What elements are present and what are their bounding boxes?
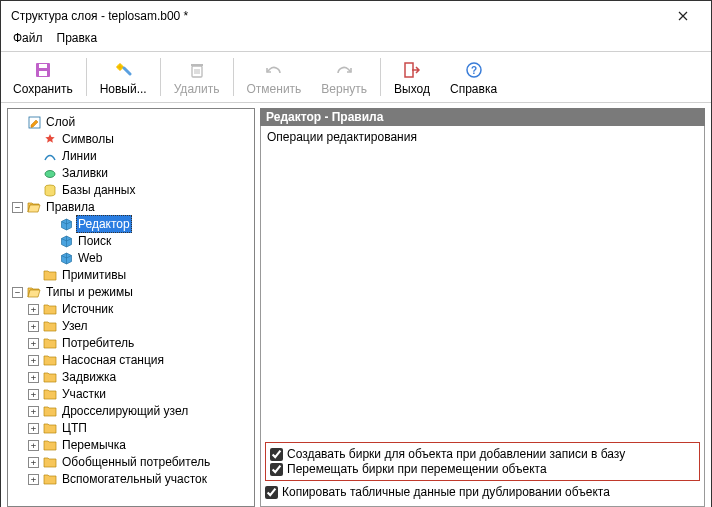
save-icon [34,59,52,81]
tree-icon [42,182,58,198]
tree-icon [58,250,74,266]
tree-type-3[interactable]: +Насосная станция [10,352,252,368]
tree-fills[interactable]: Заливки [10,165,252,181]
editor-pane: Редактор - Правила Операции редактирован… [260,108,705,507]
tree-rules-search[interactable]: Поиск [10,233,252,249]
help-icon: ? [466,59,482,81]
tree-icon [42,335,58,351]
tree-databases[interactable]: Базы данных [10,182,252,198]
tree-expander[interactable]: − [12,287,23,298]
tree-icon [42,420,58,436]
save-button[interactable]: Сохранить [3,52,83,102]
tree-expander[interactable]: + [28,423,39,434]
check-copy-data[interactable]: Копировать табличные данные при дублиров… [265,485,700,499]
tree-types[interactable]: −Типы и режимы [10,284,252,300]
tree-root[interactable]: Слой [10,114,252,130]
check-move-tags[interactable]: Перемещать бирки при перемещении объекта [270,462,695,476]
tree-expander[interactable]: + [28,321,39,332]
exit-icon [403,59,421,81]
checkbox[interactable] [270,448,283,461]
tree-type-7[interactable]: +ЦТП [10,420,252,436]
tree-type-0[interactable]: +Источник [10,301,252,317]
tree-type-2[interactable]: +Потребитель [10,335,252,351]
toolbar: Сохранить Новый... Удалить Отменить Верн… [1,51,711,103]
tree-icon [42,352,58,368]
checkbox[interactable] [265,486,278,499]
new-icon [114,59,132,81]
tree-icon [42,131,58,147]
tree-icon [58,216,74,232]
delete-button: Удалить [164,52,230,102]
help-button[interactable]: ? Справка [440,52,507,102]
menubar: Файл Правка [1,31,711,51]
tree-rules-web[interactable]: Web [10,250,252,266]
tree-icon [58,233,74,249]
tree-label: Линии [60,148,99,164]
toolbar-separator [160,58,161,96]
close-icon [678,11,688,21]
redo-icon [335,59,353,81]
menu-file[interactable]: Файл [13,31,43,45]
redo-button: Вернуть [311,52,377,102]
tree-label: Узел [60,318,90,334]
check-create-tags[interactable]: Создавать бирки для объекта при добавлен… [270,447,695,461]
svg-rect-1 [39,71,47,76]
svg-text:?: ? [470,65,476,76]
tree-expander[interactable]: + [28,440,39,451]
checkbox[interactable] [270,463,283,476]
tree-expander[interactable]: + [28,338,39,349]
editor-subtitle: Операции редактирования [267,130,698,144]
tree-label: Перемычка [60,437,128,453]
menu-edit[interactable]: Правка [57,31,98,45]
tree-type-10[interactable]: +Вспомогательный участок [10,471,252,487]
tree-label: Поиск [76,233,113,249]
tree-expander[interactable]: + [28,355,39,366]
tree-type-1[interactable]: +Узел [10,318,252,334]
tree-icon [42,318,58,334]
tree-label: Примитивы [60,267,128,283]
tree-icon [42,471,58,487]
tree-icon [42,267,58,283]
tree-label: Символы [60,131,116,147]
tree-label: Источник [60,301,115,317]
tree-label: Редактор [76,215,132,233]
tree-rules[interactable]: −Правила [10,199,252,215]
tree-type-5[interactable]: +Участки [10,386,252,402]
tree-expander[interactable]: + [28,406,39,417]
tree-expander[interactable]: − [12,202,23,213]
tree-primitives[interactable]: Примитивы [10,267,252,283]
tree-expander[interactable]: + [28,457,39,468]
tree-type-8[interactable]: +Перемычка [10,437,252,453]
tree-symbols[interactable]: Символы [10,131,252,147]
toolbar-separator [380,58,381,96]
tree-label: Задвижка [60,369,118,385]
tree-label: Типы и режимы [44,284,135,300]
svg-rect-2 [39,64,47,68]
tree-label: ЦТП [60,420,89,436]
tree-icon [42,403,58,419]
tree-pane[interactable]: СлойСимволыЛинииЗаливкиБазы данных−Прави… [7,108,255,507]
undo-icon [265,59,283,81]
tree-lines[interactable]: Линии [10,148,252,164]
tree-expander[interactable]: + [28,372,39,383]
editor-body: Операции редактирования Создавать бирки … [260,126,705,507]
tree-icon [42,148,58,164]
svg-rect-5 [191,64,203,66]
tree-expander[interactable]: + [28,304,39,315]
tree-type-9[interactable]: +Обобщенный потребитель [10,454,252,470]
new-button[interactable]: Новый... [90,52,157,102]
tree-type-6[interactable]: +Дросселирующий узел [10,403,252,419]
editor-header: Редактор - Правила [260,108,705,126]
tree-icon [26,114,42,130]
exit-button[interactable]: Выход [384,52,440,102]
tree-icon [42,437,58,453]
tree-label: Заливки [60,165,110,181]
undo-button: Отменить [237,52,312,102]
tree-type-4[interactable]: +Задвижка [10,369,252,385]
close-button[interactable] [663,3,703,29]
tree-icon [42,165,58,181]
toolbar-separator [233,58,234,96]
tree-rules-editor[interactable]: Редактор [10,216,252,232]
tree-expander[interactable]: + [28,389,39,400]
tree-expander[interactable]: + [28,474,39,485]
